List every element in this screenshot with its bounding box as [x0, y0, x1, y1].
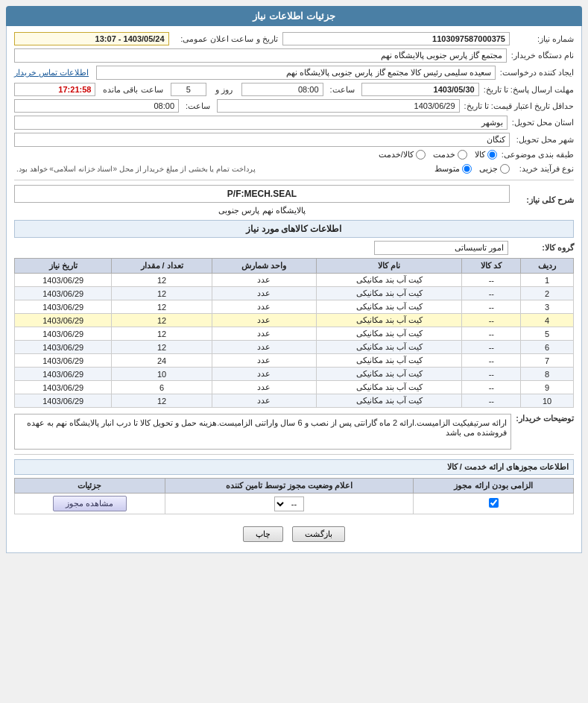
back-button[interactable]: بازگشت — [292, 526, 345, 542]
cell-code: -- — [462, 354, 521, 368]
bottom-buttons: بازگشت چاپ — [14, 522, 574, 546]
col-date: تاریخ نیاز — [15, 259, 112, 274]
cell-name: کیت آب بند مکانیکی — [316, 354, 462, 368]
cell-date: 1403/06/29 — [15, 274, 112, 287]
radio-partial[interactable]: جزیی — [479, 164, 510, 174]
cell-qty: 12 — [112, 314, 212, 327]
srh-row: شرح کلی نیاز: P/F:MECH.SEAL پالایشگاه نه… — [14, 185, 574, 215]
main-card: شماره نیاز: 1103097587000375 تاریخ و ساع… — [6, 26, 582, 553]
radio-goods-input[interactable] — [487, 150, 497, 160]
radio-medium-input[interactable] — [462, 164, 472, 174]
mandatory-checkbox[interactable] — [489, 498, 499, 508]
cell-row: 6 — [521, 341, 574, 354]
radio-goods-service[interactable]: کالا/خدمت — [379, 150, 426, 160]
cell-qty: 10 — [112, 368, 212, 381]
cell-qty: 6 — [112, 381, 212, 394]
table-row: 2 -- کیت آب بند مکانیکی عدد 12 1403/06/2… — [15, 287, 574, 300]
cell-name: کیت آب بند مکانیکی — [316, 368, 462, 381]
city-row: شهر محل تحویل: کنگان — [14, 133, 574, 147]
view-attachment-button[interactable]: مشاهده مجوز — [53, 496, 126, 511]
radio-service-label: خدمت — [433, 150, 455, 160]
province-row: استان محل تحویل: بوشهر — [14, 116, 574, 130]
purchase-type-row: نوع فرآیند خرید: جزیی متوسط پرداخت تمام … — [14, 163, 574, 175]
cell-name: کیت آب بند مکانیکی — [316, 394, 462, 408]
category-label: طبقه بندی موضوعی: — [502, 150, 574, 160]
srh-box: P/F:MECH.SEAL پالایشگاه نهم پارس جنوبی — [14, 185, 510, 215]
price-deadline-row: حداقل تاریخ اعتبار قیمت: تا تاریخ: 1403/… — [14, 99, 574, 113]
purchase-type-radio-group: جزیی متوسط — [434, 164, 510, 174]
items-table-header-row: ردیف کد کالا نام کالا واحد شمارش تعداد /… — [15, 259, 574, 274]
cell-code: -- — [462, 327, 521, 341]
group-value: امور تاسیساتی — [374, 241, 508, 255]
table-row: 8 -- کیت آب بند مکانیکی عدد 10 1403/06/2… — [15, 368, 574, 381]
radio-service[interactable]: خدمت — [433, 150, 467, 160]
reply-time-label: ساعت: — [330, 85, 355, 95]
page-wrapper: جزئیات اطلاعات نیاز شماره نیاز: 11030975… — [0, 0, 588, 559]
items-table-body: 1 -- کیت آب بند مکانیکی عدد 12 1403/06/2… — [15, 274, 574, 408]
col-row: ردیف — [521, 259, 574, 274]
cell-qty: 12 — [112, 287, 212, 300]
province-label: استان محل تحویل: — [512, 118, 574, 127]
print-button[interactable]: چاپ — [243, 526, 283, 542]
cell-row: 10 — [521, 394, 574, 408]
cell-name: کیت آب بند مکانیکی — [316, 327, 462, 341]
cell-unit: عدد — [212, 381, 316, 394]
purchase-notice: پرداخت تمام یا بخشی از مبلغ خریدار از مح… — [14, 163, 430, 175]
col-mandatory: الزامی بودن ارائه مجوز — [414, 479, 574, 494]
col-qty: تعداد / مقدار — [112, 259, 212, 274]
mandatory-checkbox-cell — [414, 494, 574, 514]
col-details: جزئیات — [15, 479, 165, 494]
cell-unit: عدد — [212, 368, 316, 381]
cell-date: 1403/06/29 — [15, 327, 112, 341]
supplier-status-cell: -- — [165, 494, 413, 514]
col-unit: واحد شمارش — [212, 259, 316, 274]
group-label: گروه کالا: — [514, 243, 574, 253]
cell-code: -- — [462, 314, 521, 327]
radio-partial-input[interactable] — [500, 164, 510, 174]
cell-qty: 12 — [112, 274, 212, 287]
cell-unit: عدد — [212, 274, 316, 287]
table-row: 10 -- کیت آب بند مکانیکی عدد 12 1403/06/… — [15, 394, 574, 408]
cell-code: -- — [462, 300, 521, 314]
cell-date: 1403/06/29 — [15, 341, 112, 354]
need-number-row: شماره نیاز: 1103097587000375 تاریخ و ساع… — [14, 32, 574, 45]
cell-name: کیت آب بند مکانیکی — [316, 381, 462, 394]
supplier-status-select[interactable]: -- — [274, 496, 304, 511]
radio-goods-service-input[interactable] — [416, 150, 426, 160]
datetime-label: تاریخ و ساعت اعلان عمومی: — [174, 34, 278, 44]
radio-service-input[interactable] — [458, 150, 467, 160]
srh-label: شرح کلی نیاز: — [514, 195, 574, 205]
cell-row: 3 — [521, 300, 574, 314]
cell-unit: عدد — [212, 354, 316, 368]
datetime-value: 1403/05/24 - 13:07 — [14, 32, 169, 45]
cell-unit: عدد — [212, 287, 316, 300]
items-table: ردیف کد کالا نام کالا واحد شمارش تعداد /… — [14, 258, 574, 408]
radio-medium[interactable]: متوسط — [434, 164, 472, 174]
cell-row: 5 — [521, 327, 574, 341]
radio-medium-label: متوسط — [434, 164, 460, 174]
cell-date: 1403/06/29 — [15, 287, 112, 300]
reply-remaining: 17:21:58 — [14, 83, 95, 96]
contact-link[interactable]: اطلاعات تماس خریدار — [14, 68, 89, 78]
purchase-type-label: نوع فرآیند خرید: — [514, 164, 574, 174]
col-supplier-status: اعلام وضعیت مجوز توسط تامین کننده — [165, 479, 413, 494]
cell-date: 1403/06/29 — [15, 314, 112, 327]
cell-row: 8 — [521, 368, 574, 381]
cell-name: کیت آب بند مکانیکی — [316, 300, 462, 314]
page-header: جزئیات اطلاعات نیاز — [6, 6, 582, 26]
need-number-value: 1103097587000375 — [282, 32, 510, 45]
page-title: جزئیات اطلاعات نیاز — [253, 10, 335, 22]
cell-code: -- — [462, 394, 521, 408]
reply-days: 5 — [171, 83, 207, 96]
price-date: 1403/06/29 — [217, 99, 460, 113]
cell-unit: عدد — [212, 300, 316, 314]
cell-unit: عدد — [212, 314, 316, 327]
cell-row: 1 — [521, 274, 574, 287]
cell-name: کیت آب بند مکانیکی — [316, 314, 462, 327]
reply-date: 1403/05/30 — [361, 83, 479, 96]
cell-qty: 12 — [112, 394, 212, 408]
radio-goods[interactable]: کالا — [475, 150, 497, 160]
table-row: 6 -- کیت آب بند مکانیکی عدد 12 1403/06/2… — [15, 341, 574, 354]
cell-unit: عدد — [212, 341, 316, 354]
buyer-notes-label: توضیحات خریدار: — [516, 414, 574, 423]
